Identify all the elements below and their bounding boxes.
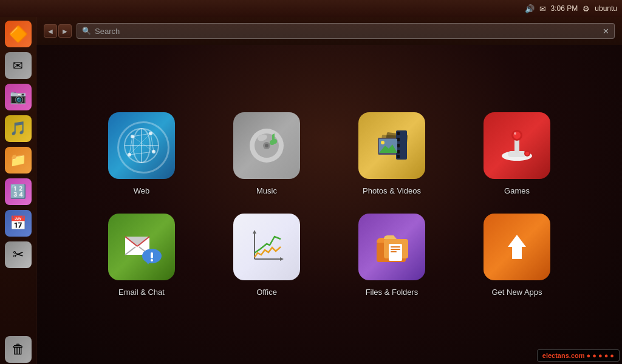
- forward-button[interactable]: ▶: [58, 24, 72, 38]
- app-icon-music: [233, 112, 300, 179]
- svg-line-17: [129, 133, 151, 155]
- getnewapps-svg: [496, 226, 538, 268]
- app-icon-office: [233, 214, 300, 280]
- app-icon-email: [108, 214, 175, 280]
- svg-point-8: [131, 135, 134, 138]
- games-svg: [496, 124, 538, 167]
- photos-svg: [371, 124, 413, 167]
- search-icon: 🔍: [82, 27, 91, 35]
- svg-marker-58: [253, 230, 256, 234]
- sidebar-item-scissors[interactable]: ✂: [4, 240, 33, 269]
- svg-rect-62: [391, 246, 400, 248]
- svg-line-12: [132, 133, 151, 136]
- app-label-games: Games: [504, 186, 530, 195]
- music-svg: [245, 124, 288, 167]
- svg-point-10: [152, 150, 156, 153]
- app-item-getnewapps[interactable]: Get New Apps: [460, 214, 573, 297]
- svg-rect-33: [397, 155, 400, 158]
- svg-point-24: [272, 139, 277, 144]
- topbar-right: 🔊 ✉ 3:06 PM ⚙ ubuntu: [525, 4, 617, 13]
- app-icon-files: [358, 214, 425, 280]
- svg-point-11: [128, 153, 131, 157]
- svg-line-16: [132, 136, 154, 152]
- app-icon-getnewapps: [484, 214, 550, 280]
- svg-point-35: [381, 141, 384, 144]
- sidebar-item-files[interactable]: 📁: [4, 146, 33, 175]
- app-item-email[interactable]: Email & Chat: [85, 214, 198, 297]
- svg-line-14: [129, 152, 154, 155]
- svg-line-15: [129, 136, 132, 155]
- svg-rect-29: [397, 132, 400, 135]
- sidebar: 🔶 ✉ 📷 🎵 📁 🔢 📅 ✂ 🗑: [0, 17, 36, 364]
- svg-point-4: [125, 129, 159, 163]
- svg-point-21: [265, 144, 268, 147]
- app-icon-web: [108, 112, 175, 179]
- app-item-photos[interactable]: Photos & Videos: [335, 112, 448, 195]
- web-svg: [120, 124, 163, 167]
- svg-rect-64: [391, 251, 397, 252]
- app-label-email: Email & Chat: [118, 288, 165, 297]
- app-item-office[interactable]: Office: [210, 214, 323, 297]
- clock: 3:06 PM: [551, 4, 578, 13]
- email-svg: [120, 226, 163, 268]
- searchbar-container: ◀ ▶ 🔍 ✕: [36, 17, 622, 45]
- app-item-web[interactable]: Web: [85, 112, 198, 195]
- sidebar-item-camera[interactable]: 📷: [4, 83, 33, 112]
- sidebar-item-apps[interactable]: 🔢: [4, 177, 33, 206]
- search-input[interactable]: [95, 27, 599, 36]
- app-item-music[interactable]: Music: [210, 112, 323, 195]
- svg-rect-30: [397, 138, 400, 141]
- nav-buttons: ◀ ▶: [44, 24, 72, 38]
- app-label-music: Music: [256, 186, 277, 195]
- clear-search-button[interactable]: ✕: [603, 27, 609, 36]
- svg-point-44: [525, 152, 529, 155]
- svg-point-5: [133, 129, 150, 163]
- app-icon-games: [484, 112, 550, 179]
- app-icon-photos: [358, 112, 425, 179]
- app-item-games[interactable]: Games: [460, 112, 573, 195]
- sidebar-item-calendar[interactable]: 📅: [4, 209, 33, 238]
- svg-rect-32: [397, 150, 400, 153]
- topbar: 🔊 ✉ 3:06 PM ⚙ ubuntu: [0, 0, 622, 17]
- app-label-office: Office: [256, 288, 277, 297]
- main-content: Web Music: [36, 45, 622, 364]
- sidebar-item-trash[interactable]: 🗑: [4, 335, 33, 364]
- user-icon[interactable]: ⚙: [583, 4, 590, 13]
- office-svg: [245, 226, 288, 268]
- svg-rect-31: [397, 144, 400, 147]
- svg-line-13: [151, 133, 154, 152]
- svg-rect-53: [151, 252, 153, 258]
- svg-point-42: [514, 132, 516, 135]
- app-label-web: Web: [134, 186, 150, 195]
- sidebar-item-mail[interactable]: ✉: [4, 51, 33, 80]
- volume-icon[interactable]: 🔊: [525, 4, 535, 13]
- svg-marker-57: [280, 257, 284, 261]
- app-item-files[interactable]: Files & Folders: [335, 214, 448, 297]
- app-label-photos: Photos & Videos: [363, 186, 421, 195]
- sidebar-item-dash[interactable]: 🔶: [4, 19, 33, 49]
- search-box: 🔍 ✕: [77, 23, 615, 39]
- username: ubuntu: [595, 4, 617, 13]
- svg-marker-66: [509, 236, 525, 258]
- back-button[interactable]: ◀: [44, 24, 57, 38]
- sidebar-item-sound[interactable]: 🎵: [4, 114, 33, 143]
- watermark: electans.com ● ● ● ● ●: [537, 349, 620, 362]
- svg-point-54: [151, 259, 153, 261]
- mail-icon[interactable]: ✉: [539, 4, 546, 13]
- app-label-files: Files & Folders: [366, 288, 419, 297]
- app-label-getnewapps: Get New Apps: [491, 288, 542, 297]
- svg-rect-63: [391, 249, 400, 250]
- files-svg: [371, 226, 413, 268]
- svg-point-9: [149, 132, 152, 135]
